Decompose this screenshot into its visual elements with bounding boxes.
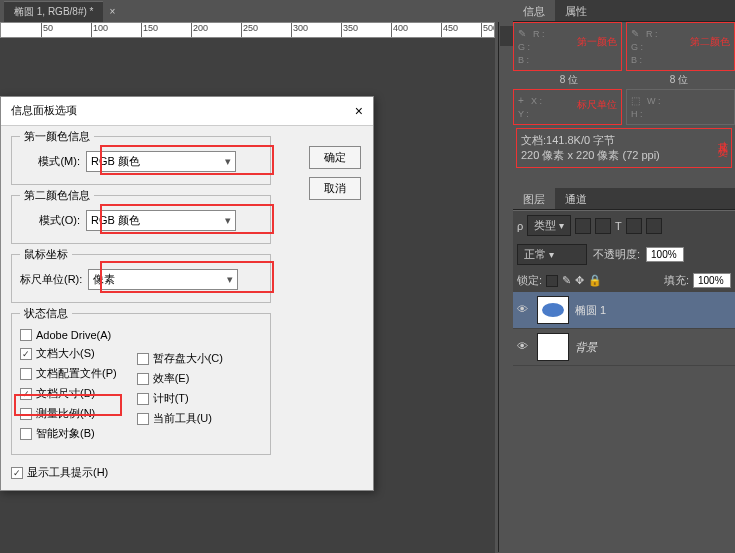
second-color-section: 第二颜色信息 模式(O): RGB 颜色 (11, 195, 271, 244)
info-bits1: 8 位 (516, 71, 622, 89)
status-info-section: 状态信息 Adobe Drive(A)文档大小(S)文档配置文件(P)文档尺寸(… (11, 313, 271, 455)
status-checkbox-row[interactable]: 当前工具(U) (137, 411, 223, 426)
info-panel-tabs: 信息 属性 (513, 0, 735, 22)
crosshair-icon: + (518, 95, 524, 106)
fill-input[interactable]: 100% (693, 273, 731, 288)
filter-adjust-icon[interactable] (595, 218, 611, 234)
checkbox-label: 当前工具(U) (153, 411, 212, 426)
checkbox[interactable] (20, 428, 32, 440)
filter-type-select[interactable]: 类型 ▾ (527, 215, 571, 236)
filter-pixel-icon[interactable] (575, 218, 591, 234)
eyedropper-icon: ✎ (518, 28, 526, 39)
filter-shape-icon[interactable] (626, 218, 642, 234)
cancel-button[interactable]: 取消 (309, 177, 361, 200)
checkbox[interactable] (20, 348, 32, 360)
lock-transparent-icon[interactable] (546, 275, 558, 287)
visibility-icon[interactable]: 👁 (517, 340, 531, 354)
lock-all-icon[interactable]: 🔒 (588, 274, 602, 287)
dialog-title: 信息面板选项 (11, 103, 77, 119)
ruler-unit-label: 标尺单位(R): (20, 272, 82, 287)
mode-label: 模式(O): (20, 213, 80, 228)
lock-move-icon[interactable]: ✥ (575, 274, 584, 287)
info-color2: ✎ R : G : B : 第二颜色 (626, 22, 735, 71)
status-checkbox-row[interactable]: 效率(E) (137, 371, 223, 386)
document-tab[interactable]: 椭圆 1, RGB/8#) * (4, 1, 103, 22)
checkbox[interactable] (20, 368, 32, 380)
checkbox-label: 效率(E) (153, 371, 190, 386)
layers-panel: 图层 通道 ρ 类型 ▾ T 正常 ▾ 不透明度: 100% 锁定: ✎ ✥ 🔒… (513, 188, 735, 366)
tab-info[interactable]: 信息 (513, 0, 555, 21)
tab-channels[interactable]: 通道 (555, 188, 597, 209)
status-checkbox-row[interactable]: 文档大小(S) (20, 346, 117, 361)
filter-smart-icon[interactable] (646, 218, 662, 234)
status-checkbox-row[interactable]: 智能对象(B) (20, 426, 117, 441)
mode-label: 模式(M): (20, 154, 80, 169)
layer-name[interactable]: 背景 (575, 340, 597, 355)
show-tips-checkbox-row[interactable]: 显示工具提示(H) (11, 465, 363, 480)
info-bits2: 8 位 (626, 71, 732, 89)
checkbox-label: 计时(T) (153, 391, 189, 406)
opacity-input[interactable]: 100% (646, 247, 684, 262)
filter-type-icon[interactable]: T (615, 220, 622, 232)
info-panel-options-dialog: 信息面板选项 × 确定 取消 第一颜色信息 模式(M): RGB 颜色 第二颜色… (0, 96, 374, 491)
info-doc-size: 文档:141.8K/0 字节 220 像素 x 220 像素 (72 ppi) … (516, 128, 732, 168)
info-xy: + X : Y : 标尺单位 (513, 89, 622, 125)
checkbox[interactable] (137, 373, 149, 385)
mouse-coords-section: 鼠标坐标 标尺单位(R): 像素 (11, 254, 271, 303)
first-color-section: 第一颜色信息 模式(M): RGB 颜色 (11, 136, 271, 185)
checkbox-label: 文档配置文件(P) (36, 366, 117, 381)
tool-strip (498, 22, 514, 552)
layer-name[interactable]: 椭圆 1 (575, 303, 606, 318)
tab-properties[interactable]: 属性 (555, 0, 597, 21)
blend-mode-select[interactable]: 正常 ▾ (517, 244, 587, 265)
blend-mode-row: 正常 ▾ 不透明度: 100% (513, 240, 735, 269)
checkbox-label: 暂存盘大小(C) (153, 351, 223, 366)
checkbox[interactable] (137, 353, 149, 365)
checkbox[interactable] (20, 329, 32, 341)
info-panel: ✎ R : G : B : 第一颜色 ✎ R : G : B : 第二颜色 8 … (513, 22, 735, 168)
info-color1: ✎ R : G : B : 第一颜色 (513, 22, 622, 71)
checkbox-label: 智能对象(B) (36, 426, 95, 441)
right-panels: 信息 属性 ✎ R : G : B : 第一颜色 ✎ R : G : B : 第… (513, 0, 735, 553)
close-icon[interactable]: × (355, 103, 363, 119)
visibility-icon[interactable]: 👁 (517, 303, 531, 317)
layer-thumbnail[interactable] (537, 296, 569, 324)
tab-layers[interactable]: 图层 (513, 188, 555, 209)
dimensions-icon: ⬚ (631, 95, 640, 106)
dialog-titlebar[interactable]: 信息面板选项 × (1, 97, 373, 126)
checkbox[interactable] (11, 467, 23, 479)
info-wh: ⬚ W : H : (626, 89, 735, 125)
status-checkbox-row[interactable]: 文档配置文件(P) (20, 366, 117, 381)
expand-icon[interactable] (500, 26, 514, 46)
layer-filter-bar: ρ 类型 ▾ T (513, 210, 735, 240)
checkbox[interactable] (137, 393, 149, 405)
show-tips-label: 显示工具提示(H) (27, 465, 108, 480)
status-checkbox-row[interactable]: 计时(T) (137, 391, 223, 406)
checkbox[interactable] (137, 413, 149, 425)
layer-row-background[interactable]: 👁 背景 (513, 329, 735, 366)
checkbox-label: 文档大小(S) (36, 346, 95, 361)
checkbox-label: Adobe Drive(A) (36, 329, 111, 341)
status-checkbox-row[interactable]: Adobe Drive(A) (20, 329, 117, 341)
layer-row-ellipse[interactable]: 👁 椭圆 1 (513, 292, 735, 329)
layer-thumbnail[interactable] (537, 333, 569, 361)
lock-row: 锁定: ✎ ✥ 🔒 填充: 100% (513, 269, 735, 292)
ok-button[interactable]: 确定 (309, 146, 361, 169)
status-checkbox-row[interactable]: 暂存盘大小(C) (137, 351, 223, 366)
lock-brush-icon[interactable]: ✎ (562, 274, 571, 287)
eyedropper-icon: ✎ (631, 28, 639, 39)
horizontal-ruler: 50 100 150 200 250 300 350 400 450 500 (0, 22, 495, 38)
